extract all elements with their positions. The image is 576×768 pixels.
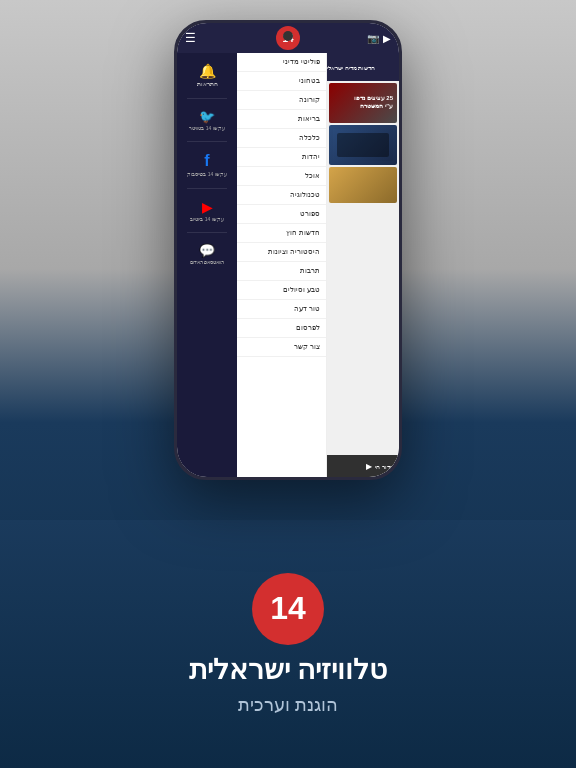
news-card-3[interactable] (329, 167, 397, 203)
nav-item-food[interactable]: אוכל (237, 167, 326, 186)
bell-label: התראות (197, 81, 218, 88)
news-content-area: חדשות מדיה ישראלי 25 עציצים נדפוע"י המשט… (327, 53, 399, 477)
youtube-item[interactable]: ▶ עקשו 14 ביוטיוב (181, 195, 233, 227)
camera-icon[interactable]: 📷 (367, 33, 379, 44)
nav-item-corona[interactable]: קורונה (237, 91, 326, 110)
app-subtitle: הוגנת וערכית (238, 694, 338, 716)
navigation-menu: פוליטי מדיני בטחוני קורונה בריאות כלכלה … (237, 53, 327, 477)
divider-4 (187, 232, 227, 233)
facebook-icon: f (204, 152, 209, 170)
phone-camera (283, 31, 293, 41)
nav-item-nature[interactable]: טבע וסיולים (237, 281, 326, 300)
facebook-item[interactable]: f עקשו 14 בפייסבוק (181, 148, 233, 182)
youtube-icon: ▶ (202, 199, 213, 215)
divider-3 (187, 188, 227, 189)
app-logo-large: 14 (252, 573, 324, 645)
whatsapp-label: הוואטסאפ האדום (190, 260, 224, 266)
logo-number: 14 (270, 590, 306, 627)
nav-item-culture[interactable]: תרבות (237, 262, 326, 281)
notifications-panel: 🔔 התראות 🐦 עקשו 14 בטוויטר f עקשו 14 בפי… (177, 53, 237, 477)
twitter-icon: 🐦 (199, 109, 215, 124)
news-card-2[interactable] (329, 125, 397, 165)
nav-item-sports[interactable]: ספורט (237, 205, 326, 224)
nav-item-history[interactable]: היסטוריה וציונות (237, 243, 326, 262)
bell-icon: 🔔 (199, 63, 216, 79)
nav-item-security[interactable]: בטחוני (237, 72, 326, 91)
nav-item-opinion[interactable]: טור דעה (237, 300, 326, 319)
live-bar[interactable]: ▶ שידור חי (327, 455, 399, 477)
nav-item-foreign[interactable]: חדשות חוץ (237, 224, 326, 243)
app-title: טלוויזיה ישראלית (189, 653, 388, 686)
nav-item-contact[interactable]: צור קשר (237, 338, 326, 357)
facebook-label: עקשו 14 בפייסבוק (187, 172, 226, 178)
news-headline-1: 25 עציצים נדפוע"י המשטרה (354, 95, 393, 111)
news-ticker: חדשות מדיה ישראלי (327, 53, 399, 81)
news-image-3 (329, 167, 397, 203)
phone-body: ☰ 14 📷 ▶ 🔔 התראות (174, 20, 402, 480)
live-header-icon[interactable]: ▶ (383, 33, 391, 44)
nav-item-economy[interactable]: כלכלה (237, 129, 326, 148)
live-play-icon: ▶ (366, 462, 372, 471)
youtube-label: עקשו 14 ביוטיוב (190, 217, 223, 223)
phone-screen: ☰ 14 📷 ▶ 🔔 התראות (177, 23, 399, 477)
bottom-section: 14 טלוויזיה ישראלית הוגנת וערכית (0, 520, 576, 768)
nav-item-tech[interactable]: טכנולוגיה (237, 186, 326, 205)
nav-item-judaism[interactable]: יהדות (237, 148, 326, 167)
phone-mockup: ☰ 14 📷 ▶ 🔔 התראות (174, 20, 402, 480)
nav-item-advertise[interactable]: לפרסום (237, 319, 326, 338)
divider-1 (187, 98, 227, 99)
twitter-label: עקשו 14 בטוויטר (189, 126, 224, 132)
app-content: 🔔 התראות 🐦 עקשו 14 בטוויטר f עקשו 14 בפי… (177, 53, 399, 477)
ticker-text: חדשות מדיה ישראלי (327, 64, 375, 71)
nav-item-health[interactable]: בריאות (237, 110, 326, 129)
divider-2 (187, 141, 227, 142)
whatsapp-icon: 💬 (199, 243, 215, 258)
news-image-1: 25 עציצים נדפוע"י המשטרה (329, 83, 397, 123)
news-card-1[interactable]: 25 עציצים נדפוע"י המשטרה (329, 83, 397, 123)
notification-bell-item[interactable]: 🔔 התראות (181, 59, 233, 92)
twitter-item[interactable]: 🐦 עקשו 14 בטוויטר (181, 105, 233, 136)
nav-item-politics[interactable]: פוליטי מדיני (237, 53, 326, 72)
news-image-2 (329, 125, 397, 165)
live-label: שידור חי (375, 463, 395, 470)
header-right-icons: 📷 ▶ (367, 33, 391, 44)
menu-icon[interactable]: ☰ (185, 31, 196, 45)
whatsapp-item[interactable]: 💬 הוואטסאפ האדום (181, 239, 233, 270)
